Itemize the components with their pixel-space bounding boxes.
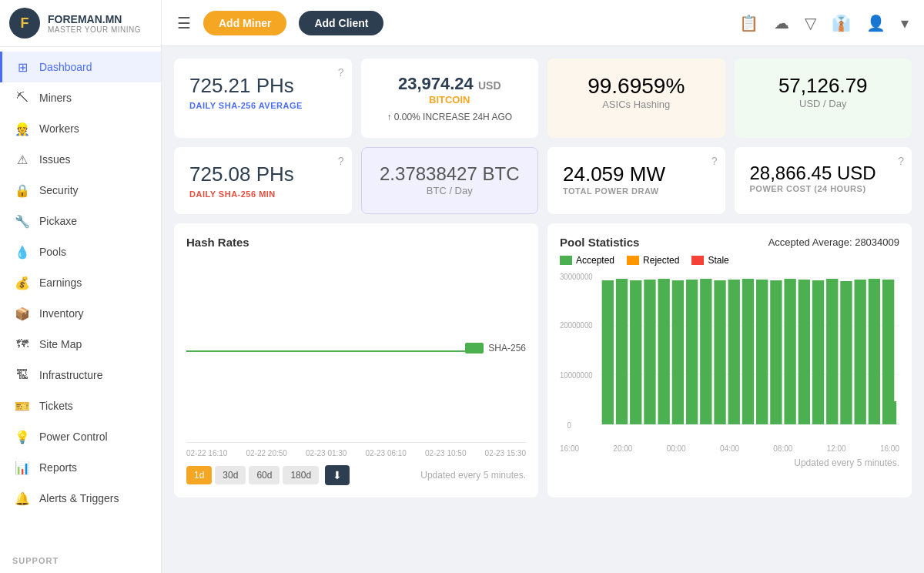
- svg-rect-26: [855, 280, 866, 424]
- btcday-value: 2.37838427 BTC: [377, 163, 523, 185]
- sidebar-item-issues[interactable]: ⚠ Issues: [0, 144, 161, 175]
- hashrate-time-labels: 02-22 16:10 02-22 20:50 02-23 01:30 02-2…: [186, 449, 526, 457]
- time-btn-30d[interactable]: 30d: [215, 466, 246, 484]
- security-icon: 🔒: [15, 183, 30, 198]
- tickets-icon: 🎫: [15, 398, 30, 414]
- sidebar-item-powercontrol[interactable]: 💡 Power Control: [0, 421, 161, 452]
- time-btn-1d[interactable]: 1d: [186, 466, 212, 484]
- chevron-down-icon[interactable]: ▾: [901, 14, 909, 32]
- help-icon-cost[interactable]: ?: [898, 155, 904, 167]
- svg-rect-14: [686, 280, 698, 424]
- sidebar-item-miners[interactable]: ⛏ Miners: [0, 82, 161, 113]
- bitcoin-value: 23,974.24 USD: [377, 74, 524, 94]
- sidebar-item-earnings[interactable]: 💰 Earnings: [0, 267, 161, 298]
- hashrate-updated: Updated every 5 minutes.: [420, 470, 526, 481]
- sidebar-nav: ⊞ Dashboard ⛏ Miners 👷 Workers ⚠ Issues …: [0, 47, 161, 548]
- svg-text:30000000: 30000000: [560, 273, 593, 281]
- manager-icon[interactable]: 👔: [832, 14, 851, 32]
- stat-bitcoin: 23,974.24 USD BITCOIN ↑ 0.00% INCREASE 2…: [361, 59, 539, 138]
- help-icon-sha256-avg[interactable]: ?: [338, 66, 344, 79]
- sidebar-item-reports[interactable]: 📊 Reports: [0, 452, 161, 483]
- sidebar-item-workers[interactable]: 👷 Workers: [0, 113, 161, 144]
- earnings-icon: 💰: [15, 275, 30, 290]
- sha256-legend-label: SHA-256: [488, 343, 526, 354]
- sha256-legend-box: [465, 343, 484, 354]
- sidebar-item-security[interactable]: 🔒 Security: [0, 175, 161, 206]
- help-icon-power[interactable]: ?: [711, 155, 718, 167]
- sidebar-item-label: Workers: [39, 122, 79, 135]
- x-label-00: 00:00: [667, 444, 686, 453]
- sitemap-icon: 🗺: [15, 337, 30, 352]
- sidebar-item-pickaxe[interactable]: 🔧 Pickaxe: [0, 206, 161, 236]
- sidebar-item-tickets[interactable]: 🎫 Tickets: [0, 390, 161, 421]
- x-label-12: 12:00: [827, 444, 846, 453]
- svg-rect-20: [770, 280, 782, 424]
- svg-rect-27: [869, 279, 880, 424]
- charts-row: Hash Rates SHA-256 02-22 16:10 02-22 20:…: [174, 223, 912, 498]
- sidebar-item-label: Tickets: [39, 400, 73, 412]
- sidebar-item-alerts[interactable]: 🔔 Alerts & Triggers: [0, 483, 161, 514]
- stats-row1: ? 725.21 PHs DAILY SHA-256 AVERAGE 23,97…: [174, 59, 912, 138]
- download-button[interactable]: ⬇: [325, 465, 350, 485]
- sidebar-item-label: Reports: [39, 461, 77, 474]
- sidebar-item-label: Infrastructure: [39, 369, 102, 381]
- svg-rect-24: [826, 279, 838, 424]
- sidebar-item-infrastructure[interactable]: 🏗 Infrastructure: [0, 360, 161, 390]
- power-cost-label: POWER COST (24 HOURS): [750, 184, 897, 193]
- issues-icon: ⚠: [15, 152, 30, 167]
- clipboard-icon[interactable]: 📋: [739, 14, 758, 32]
- sha256-min-label: DAILY SHA-256 MIN: [189, 189, 336, 199]
- sidebar-item-label: Security: [39, 184, 79, 196]
- x-label-16b: 16:00: [880, 444, 899, 453]
- svg-rect-13: [672, 280, 684, 424]
- svg-text:0: 0: [567, 421, 572, 430]
- rejected-legend-box: [627, 256, 639, 265]
- pool-title: Pool Statistics: [560, 236, 639, 249]
- user-icon[interactable]: 👤: [866, 14, 886, 32]
- sidebar-logo: F FOREMAN.MN MASTER YOUR MINING: [0, 0, 161, 47]
- hashrate-title: Hash Rates: [186, 236, 526, 249]
- sidebar-item-sitemap[interactable]: 🗺 Site Map: [0, 329, 161, 360]
- sidebar-support-label: SUPPORT: [0, 548, 161, 573]
- pool-legend-stale: Stale: [691, 255, 728, 266]
- svg-rect-22: [798, 280, 810, 424]
- svg-rect-10: [630, 280, 641, 424]
- stale-legend-box: [691, 256, 704, 265]
- hashrate-card: Hash Rates SHA-256 02-22 16:10 02-22 20:…: [174, 223, 538, 498]
- sidebar-item-label: Dashboard: [39, 61, 92, 73]
- stale-legend-label: Stale: [708, 255, 728, 266]
- svg-rect-17: [728, 280, 740, 424]
- svg-rect-23: [812, 280, 824, 424]
- x-label-16: 16:00: [560, 444, 579, 453]
- filter-icon[interactable]: ▽: [805, 14, 816, 32]
- stat-asics: 99.6959% ASICs Hashing: [547, 59, 725, 138]
- time-btn-180d[interactable]: 180d: [283, 466, 319, 484]
- sha256-avg-value: 725.21 PHs: [189, 74, 336, 98]
- asics-label: ASICs Hashing: [563, 99, 710, 110]
- time-btn-60d[interactable]: 60d: [249, 466, 280, 484]
- sidebar-item-inventory[interactable]: 📦 Inventory: [0, 298, 161, 329]
- svg-rect-8: [602, 280, 614, 424]
- add-miner-button[interactable]: Add Miner: [203, 11, 286, 35]
- reports-icon: 📊: [15, 460, 30, 475]
- help-icon-sha256-min[interactable]: ?: [338, 155, 344, 167]
- stat-power-cost: ? 28,866.45 USD POWER COST (24 HOURS): [735, 147, 912, 214]
- sidebar-item-label: Pools: [39, 246, 66, 258]
- pools-icon: 💧: [15, 244, 30, 260]
- sidebar-item-pools[interactable]: 💧 Pools: [0, 236, 161, 267]
- stat-power-draw: ? 24.059 MW TOTAL POWER DRAW: [547, 147, 725, 214]
- hashrate-chart-area: SHA-256: [186, 258, 526, 443]
- usdday-label: USD / Day: [750, 98, 897, 109]
- svg-rect-29: [888, 401, 897, 424]
- sidebar-item-label: Issues: [39, 153, 70, 166]
- add-client-button[interactable]: Add Client: [299, 11, 383, 35]
- cloud-icon[interactable]: ☁: [774, 14, 789, 32]
- sidebar-item-dashboard[interactable]: ⊞ Dashboard: [0, 52, 161, 82]
- hamburger-icon[interactable]: ☰: [177, 14, 191, 32]
- power-cost-value: 28,866.45 USD: [750, 163, 897, 184]
- stat-btc-day: 2.37838427 BTC BTC / Day: [361, 147, 539, 214]
- pool-accepted-avg: Accepted Average: 28034009: [768, 236, 899, 248]
- stat-usd-day: 57,126.79 USD / Day: [735, 59, 912, 138]
- content: ? 725.21 PHs DAILY SHA-256 AVERAGE 23,97…: [162, 46, 924, 573]
- svg-rect-15: [700, 279, 711, 424]
